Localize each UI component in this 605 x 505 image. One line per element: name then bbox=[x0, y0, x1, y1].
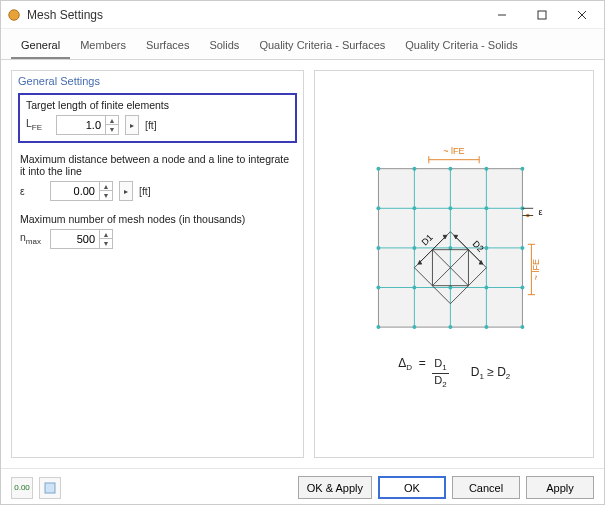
max-distance-spinner[interactable]: ▲▼ bbox=[99, 182, 112, 200]
svg-point-37 bbox=[521, 286, 525, 290]
svg-point-0 bbox=[9, 9, 20, 20]
footer: 0.00 OK & Apply OK Cancel Apply bbox=[1, 468, 604, 505]
units-button[interactable]: 0.00 bbox=[11, 477, 33, 499]
target-length-input[interactable]: ▲▼ bbox=[56, 115, 119, 135]
max-nodes-field[interactable] bbox=[51, 233, 99, 245]
max-distance-unit: [ft] bbox=[139, 185, 151, 197]
svg-point-21 bbox=[485, 167, 489, 171]
tab-solids[interactable]: Solids bbox=[199, 34, 249, 59]
spin-down-icon[interactable]: ▼ bbox=[100, 191, 112, 200]
titlebar: Mesh Settings bbox=[1, 1, 604, 29]
max-distance-var: ε bbox=[20, 185, 44, 197]
svg-point-33 bbox=[377, 286, 381, 290]
target-length-label: Target length of finite elements bbox=[26, 99, 289, 111]
cancel-button[interactable]: Cancel bbox=[452, 476, 520, 499]
max-nodes-input[interactable]: ▲▼ bbox=[50, 229, 113, 249]
formula-cond: D1 ≥ D2 bbox=[471, 365, 511, 381]
svg-point-18 bbox=[377, 167, 381, 171]
mesh-diagram: ~ lFE ~ lFE bbox=[364, 138, 544, 338]
max-distance-expand-button[interactable]: ▸ bbox=[119, 181, 133, 201]
minimize-button[interactable] bbox=[482, 1, 522, 29]
target-length-spinner[interactable]: ▲▼ bbox=[105, 116, 118, 134]
max-nodes-group: Maximum number of mesh nodes (in thousan… bbox=[12, 209, 303, 257]
max-nodes-var: nmax bbox=[20, 231, 44, 246]
target-length-expand-button[interactable]: ▸ bbox=[125, 115, 139, 135]
svg-point-39 bbox=[413, 325, 417, 329]
spin-up-icon[interactable]: ▲ bbox=[100, 230, 112, 239]
fieldset-title: General Settings bbox=[12, 71, 303, 93]
diagram-eps: ε bbox=[539, 207, 543, 217]
max-distance-field[interactable] bbox=[51, 185, 99, 197]
tab-general[interactable]: General bbox=[11, 34, 70, 59]
target-length-unit: [ft] bbox=[145, 119, 157, 131]
svg-point-32 bbox=[521, 246, 525, 250]
svg-point-29 bbox=[413, 246, 417, 250]
svg-point-20 bbox=[449, 167, 453, 171]
tab-members[interactable]: Members bbox=[70, 34, 136, 59]
spin-down-icon[interactable]: ▼ bbox=[106, 125, 118, 134]
max-distance-input[interactable]: ▲▼ bbox=[50, 181, 113, 201]
tab-surfaces[interactable]: Surfaces bbox=[136, 34, 199, 59]
formula: ΔD = D1D2 D1 ≥ D2 bbox=[398, 356, 510, 390]
max-nodes-spinner[interactable]: ▲▼ bbox=[99, 230, 112, 248]
close-button[interactable] bbox=[562, 1, 602, 29]
help-icon bbox=[43, 481, 57, 495]
target-length-var: LFE bbox=[26, 117, 50, 132]
svg-point-41 bbox=[485, 325, 489, 329]
tab-quality-solids[interactable]: Quality Criteria - Solids bbox=[395, 34, 527, 59]
svg-rect-56 bbox=[45, 483, 55, 493]
max-nodes-label: Maximum number of mesh nodes (in thousan… bbox=[20, 213, 295, 225]
ok-apply-button[interactable]: OK & Apply bbox=[298, 476, 372, 499]
app-icon bbox=[7, 8, 21, 22]
apply-button[interactable]: Apply bbox=[526, 476, 594, 499]
diagram-panel: ~ lFE ~ lFE bbox=[314, 70, 594, 458]
max-distance-group: Maximum distance between a node and a li… bbox=[12, 149, 303, 209]
svg-rect-2 bbox=[538, 11, 546, 19]
max-distance-label: Maximum distance between a node and a li… bbox=[20, 153, 295, 177]
ok-button[interactable]: OK bbox=[378, 476, 446, 499]
svg-point-19 bbox=[413, 167, 417, 171]
target-length-field[interactable] bbox=[57, 119, 105, 131]
spin-up-icon[interactable]: ▲ bbox=[100, 182, 112, 191]
diagram-lfe-top: ~ lFE bbox=[444, 146, 465, 156]
svg-point-34 bbox=[413, 286, 417, 290]
window-title: Mesh Settings bbox=[27, 8, 482, 22]
svg-point-40 bbox=[449, 325, 453, 329]
svg-point-25 bbox=[449, 206, 453, 210]
svg-point-22 bbox=[521, 167, 525, 171]
svg-point-42 bbox=[521, 325, 525, 329]
tab-quality-surfaces[interactable]: Quality Criteria - Surfaces bbox=[249, 34, 395, 59]
general-settings-panel: General Settings Target length of finite… bbox=[11, 70, 304, 458]
formula-left: ΔD = D1D2 bbox=[398, 356, 449, 390]
spin-down-icon[interactable]: ▼ bbox=[100, 239, 112, 248]
spin-up-icon[interactable]: ▲ bbox=[106, 116, 118, 125]
help-button[interactable] bbox=[39, 477, 61, 499]
target-length-group: Target length of finite elements LFE ▲▼ … bbox=[18, 93, 297, 143]
diagram-lfe-right: ~ lFE bbox=[531, 259, 541, 280]
svg-point-38 bbox=[377, 325, 381, 329]
svg-point-24 bbox=[413, 206, 417, 210]
svg-point-23 bbox=[377, 206, 381, 210]
maximize-button[interactable] bbox=[522, 1, 562, 29]
svg-point-36 bbox=[485, 286, 489, 290]
tab-bar: General Members Surfaces Solids Quality … bbox=[1, 29, 604, 60]
svg-point-28 bbox=[377, 246, 381, 250]
svg-point-26 bbox=[485, 206, 489, 210]
